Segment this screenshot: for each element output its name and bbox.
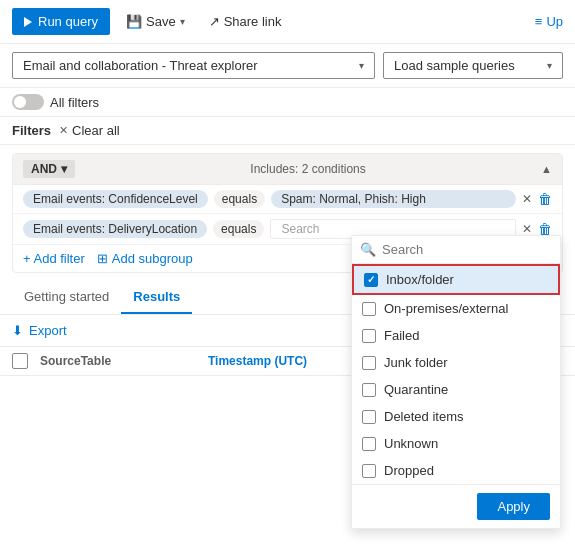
add-subgroup-label: Add subgroup	[112, 251, 193, 266]
clear-all-button[interactable]: ✕ Clear all	[59, 123, 120, 138]
popup-item-junk[interactable]: Junk folder	[352, 349, 560, 376]
popup-item-dropped[interactable]: Dropped	[352, 457, 560, 484]
share-label: Share link	[224, 14, 282, 29]
col-source-table: SourceTable	[40, 354, 196, 368]
popup-item-label-unknown: Unknown	[384, 436, 438, 451]
condition-operator-2: equals	[213, 220, 264, 238]
condition-operator-1: equals	[214, 190, 265, 208]
includes-label: Includes: 2 conditions	[250, 162, 365, 176]
and-badge[interactable]: AND ▾	[23, 160, 75, 178]
save-icon: 💾	[126, 14, 142, 29]
popup-item-label-inbox: Inbox/folder	[386, 272, 454, 287]
popup-apply-row: Apply	[352, 484, 560, 528]
condition-clear-2[interactable]: ✕	[522, 222, 532, 236]
popup-item-on-premises[interactable]: On-premises/external	[352, 295, 560, 322]
popup-search-input[interactable]	[382, 242, 552, 257]
run-query-label: Run query	[38, 14, 98, 29]
sample-dropdown-value: Load sample queries	[394, 58, 515, 73]
popup-checkbox-unknown	[362, 437, 376, 451]
popup-checkbox-deleted	[362, 410, 376, 424]
export-button[interactable]: ⬇ Export	[12, 323, 67, 338]
condition-field-1[interactable]: Email events: ConfidenceLevel	[23, 190, 208, 208]
popup-item-quarantine[interactable]: Quarantine	[352, 376, 560, 403]
popup-checkbox-on-premises	[362, 302, 376, 316]
x-icon: ✕	[59, 124, 68, 137]
all-filters-label: All filters	[50, 95, 99, 110]
export-icon: ⬇	[12, 323, 23, 338]
save-chevron-icon: ▾	[180, 16, 185, 27]
popup-checkbox-quarantine	[362, 383, 376, 397]
popup-item-inbox[interactable]: ✓ Inbox/folder	[352, 264, 560, 295]
conditions-header: AND ▾ Includes: 2 conditions ▲	[13, 154, 562, 185]
condition-clear-1[interactable]: ✕	[522, 192, 532, 206]
and-label: AND	[31, 162, 57, 176]
filters-title: Filters	[12, 123, 51, 138]
share-button[interactable]: ↗ Share link	[201, 8, 290, 35]
toggle-knob	[14, 96, 26, 108]
tab-getting-started[interactable]: Getting started	[12, 281, 121, 314]
popup-item-label-quarantine: Quarantine	[384, 382, 448, 397]
popup-item-deleted[interactable]: Deleted items	[352, 403, 560, 430]
filters-bar: Filters ✕ Clear all	[0, 117, 575, 145]
toolbar: Run query 💾 Save ▾ ↗ Share link ≡ Up	[0, 0, 575, 44]
main-dropdown-chevron-icon: ▾	[359, 60, 364, 71]
sample-dropdown[interactable]: Load sample queries ▾	[383, 52, 563, 79]
up-button[interactable]: ≡ Up	[535, 14, 563, 29]
popup-item-label-on-premises: On-premises/external	[384, 301, 508, 316]
run-query-button[interactable]: Run query	[12, 8, 110, 35]
popup-item-label-failed: Failed	[384, 328, 419, 343]
popup-item-failed[interactable]: Failed	[352, 322, 560, 349]
save-label: Save	[146, 14, 176, 29]
play-icon	[24, 17, 32, 27]
save-button[interactable]: 💾 Save ▾	[118, 8, 193, 35]
collapse-icon[interactable]: ▲	[541, 163, 552, 175]
popup-checkbox-junk	[362, 356, 376, 370]
add-filter-label: + Add filter	[23, 251, 85, 266]
popup-item-unknown[interactable]: Unknown	[352, 430, 560, 457]
popup-search-row: 🔍	[352, 236, 560, 264]
sample-dropdown-chevron-icon: ▾	[547, 60, 552, 71]
share-icon: ↗	[209, 14, 220, 29]
export-label: Export	[29, 323, 67, 338]
apply-label: Apply	[497, 499, 530, 514]
dropdowns-row: Email and collaboration - Threat explore…	[0, 44, 575, 88]
popup-checkbox-failed	[362, 329, 376, 343]
popup-checkbox-dropped	[362, 464, 376, 478]
condition-row-1: Email events: ConfidenceLevel equals Spa…	[13, 185, 562, 214]
toggle-switch[interactable]	[12, 94, 44, 110]
apply-button[interactable]: Apply	[477, 493, 550, 520]
popup-item-label-dropped: Dropped	[384, 463, 434, 478]
list-icon: ≡	[535, 14, 543, 29]
and-chevron-icon: ▾	[61, 162, 67, 176]
clear-all-label: Clear all	[72, 123, 120, 138]
all-filters-toggle: All filters	[0, 88, 575, 117]
condition-delete-1[interactable]: 🗑	[538, 191, 552, 207]
main-dropdown-value: Email and collaboration - Threat explore…	[23, 58, 258, 73]
tab-results[interactable]: Results	[121, 281, 192, 314]
delivery-location-popup: 🔍 ✓ Inbox/folder On-premises/external Fa…	[351, 235, 561, 529]
add-subgroup-button[interactable]: ⊞ Add subgroup	[97, 251, 193, 266]
add-subgroup-icon: ⊞	[97, 251, 108, 266]
check-icon: ✓	[367, 274, 375, 285]
add-filter-button[interactable]: + Add filter	[23, 251, 85, 266]
condition-value-1[interactable]: Spam: Normal, Phish: High	[271, 190, 516, 208]
popup-checkbox-inbox: ✓	[364, 273, 378, 287]
popup-item-label-deleted: Deleted items	[384, 409, 463, 424]
select-all-checkbox[interactable]	[12, 353, 28, 369]
up-label: Up	[546, 14, 563, 29]
main-dropdown[interactable]: Email and collaboration - Threat explore…	[12, 52, 375, 79]
popup-item-label-junk: Junk folder	[384, 355, 448, 370]
condition-field-2[interactable]: Email events: DeliveryLocation	[23, 220, 207, 238]
popup-search-icon: 🔍	[360, 242, 376, 257]
